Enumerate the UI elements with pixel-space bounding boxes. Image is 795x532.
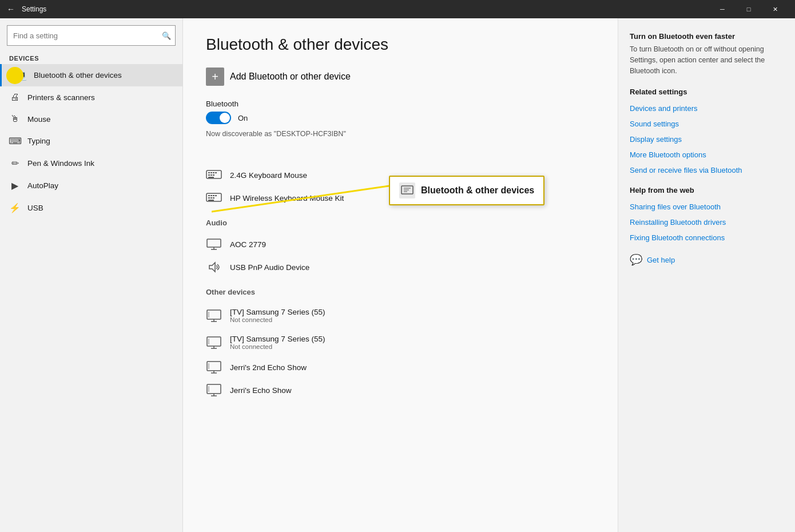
device-name-hp: HP Wireless Keyboard Mouse Kit <box>230 194 344 203</box>
svg-rect-11 <box>210 174 212 176</box>
samsung2-name: [TV] Samsung 7 Series (55) <box>230 335 325 343</box>
tooltip-bluetooth-icon <box>399 182 415 198</box>
sidebar-item-usb[interactable]: ⚡ USB <box>0 197 182 219</box>
echo-name: Jerri's Echo Show <box>230 386 292 395</box>
monitor-icon <box>206 239 222 250</box>
speaker-icon <box>206 261 222 273</box>
bluetooth-toggle[interactable] <box>206 112 231 124</box>
svg-rect-18 <box>215 195 217 196</box>
tooltip-label: Bluetooth & other devices <box>421 185 534 196</box>
add-device-button[interactable]: + Add Bluetooth or other device <box>206 68 595 86</box>
sidebar-item-typing-label: Typing <box>27 137 50 145</box>
device-name: 2.4G Keyboard Mouse <box>230 171 307 180</box>
sidebar-item-pen[interactable]: ✏ Pen & Windows Ink <box>0 152 182 174</box>
toggle-knob <box>220 113 230 123</box>
link-devices-printers[interactable]: Devices and printers <box>630 104 784 113</box>
link-send-receive[interactable]: Send or receive files via Bluetooth <box>630 166 784 174</box>
sidebar-item-usb-label: USB <box>27 204 43 212</box>
audio-section-heading: Audio <box>206 219 595 227</box>
device-info-samsung1: [TV] Samsung 7 Series (55) Not connected <box>230 308 325 323</box>
device-info-hp: HP Wireless Keyboard Mouse Kit <box>230 194 344 203</box>
main-content: Bluetooth & other devices + Add Bluetoot… <box>183 18 618 532</box>
svg-rect-12 <box>213 174 214 176</box>
tip-text: To turn Bluetooth on or off without open… <box>630 44 784 76</box>
minimize-button[interactable]: ─ <box>709 0 736 18</box>
link-sharing-files[interactable]: Sharing files over Bluetooth <box>630 203 784 211</box>
right-panel: Turn on Bluetooth even faster To turn Bl… <box>618 18 795 532</box>
tip-title: Turn on Bluetooth even faster <box>630 32 784 41</box>
other-section-heading: Other devices <box>206 288 595 296</box>
device-name-aoc: AOC 2779 <box>230 240 266 249</box>
annotation-marker <box>6 67 23 84</box>
echo2-name: Jerri's 2nd Echo Show <box>230 363 307 372</box>
sidebar-item-autoplay[interactable]: ▶ AutoPlay <box>0 174 182 197</box>
device-item-aoc: AOC 2779 <box>206 233 595 256</box>
mouse-icon: 🖱 <box>9 114 21 124</box>
sidebar-item-printers-label: Printers & scanners <box>27 93 95 102</box>
svg-rect-8 <box>213 172 214 173</box>
sidebar-item-pen-label: Pen & Windows Ink <box>27 159 94 168</box>
sidebar-item-typing[interactable]: ⌨ Typing <box>0 130 182 152</box>
svg-rect-10 <box>208 174 210 176</box>
sidebar-item-mouse[interactable]: 🖱 Mouse <box>0 108 182 130</box>
get-help-link[interactable]: Get help <box>647 256 675 264</box>
sidebar-item-printers[interactable]: 🖨 Printers & scanners <box>0 86 182 108</box>
sidebar-item-bluetooth[interactable]: 💻 Bluetooth & other devices <box>0 64 182 86</box>
echo-icon <box>206 384 222 396</box>
related-settings-heading: Related settings <box>630 88 784 96</box>
svg-marker-26 <box>209 263 215 272</box>
svg-rect-6 <box>208 172 210 173</box>
svg-rect-39 <box>207 384 221 394</box>
autoplay-icon: ▶ <box>9 180 21 191</box>
echo2-icon <box>206 362 222 373</box>
samsung1-status: Not connected <box>230 316 325 323</box>
svg-rect-13 <box>208 177 214 178</box>
svg-rect-20 <box>210 197 212 198</box>
back-button[interactable]: ← <box>7 5 15 14</box>
keyboard-icon: ⌨ <box>9 136 21 146</box>
get-help-item: 💬 Get help <box>630 253 784 266</box>
link-sound-settings[interactable]: Sound settings <box>630 120 784 128</box>
search-input[interactable] <box>7 25 176 46</box>
sidebar-item-mouse-label: Mouse <box>27 115 51 124</box>
device-name-usb-audio: USB PnP Audio Device <box>230 263 309 272</box>
device-item-usb-audio: USB PnP Audio Device <box>206 256 595 279</box>
samsung2-status: Not connected <box>230 343 325 350</box>
device-item-samsung-tv-1: [TV] Samsung 7 Series (55) Not connected <box>206 302 595 329</box>
svg-rect-27 <box>207 310 221 319</box>
svg-rect-23 <box>207 239 221 247</box>
device-item-echo-show-2: Jerri's 2nd Echo Show <box>206 356 595 379</box>
link-display-settings[interactable]: Display settings <box>630 135 784 144</box>
svg-rect-31 <box>207 337 221 346</box>
link-reinstalling-drivers[interactable]: Reinstalling Bluetooth drivers <box>630 218 784 227</box>
page-title: Bluetooth & other devices <box>206 35 595 54</box>
tv-icon-2 <box>206 337 222 348</box>
maximize-button[interactable]: □ <box>736 0 762 18</box>
tv-icon-1 <box>206 310 222 321</box>
samsung1-name: [TV] Samsung 7 Series (55) <box>230 308 325 316</box>
svg-rect-19 <box>208 197 210 198</box>
device-item-samsung-tv-2: [TV] Samsung 7 Series (55) Not connected <box>206 329 595 356</box>
svg-rect-21 <box>213 197 214 198</box>
svg-rect-35 <box>207 362 221 371</box>
help-circle-icon: 💬 <box>630 253 642 266</box>
keyboard-mouse-icon <box>206 169 222 181</box>
app-body: 🔍 Devices 💻 Bluetooth & other devices 🖨 … <box>0 18 795 532</box>
discoverable-text: Now discoverable as "DESKTOP-HCF3IBN" <box>206 130 595 138</box>
sidebar-item-bluetooth-label: Bluetooth & other devices <box>34 71 122 80</box>
svg-rect-15 <box>208 195 210 196</box>
sidebar-item-autoplay-label: AutoPlay <box>27 181 58 190</box>
svg-rect-17 <box>213 195 214 196</box>
device-item-echo-show: Jerri's Echo Show <box>206 379 595 402</box>
hp-keyboard-icon <box>206 192 222 204</box>
sidebar-section-label: Devices <box>0 50 182 64</box>
link-more-bluetooth[interactable]: More Bluetooth options <box>630 150 784 159</box>
usb-icon: ⚡ <box>9 203 21 213</box>
svg-rect-16 <box>210 195 212 196</box>
sidebar: 🔍 Devices 💻 Bluetooth & other devices 🖨 … <box>0 18 183 532</box>
close-button[interactable]: ✕ <box>762 0 788 18</box>
device-info: 2.4G Keyboard Mouse <box>230 171 307 180</box>
device-info-samsung2: [TV] Samsung 7 Series (55) Not connected <box>230 335 325 350</box>
pen-icon: ✏ <box>9 158 21 169</box>
link-fixing-connections[interactable]: Fixing Bluetooth connections <box>630 233 784 242</box>
